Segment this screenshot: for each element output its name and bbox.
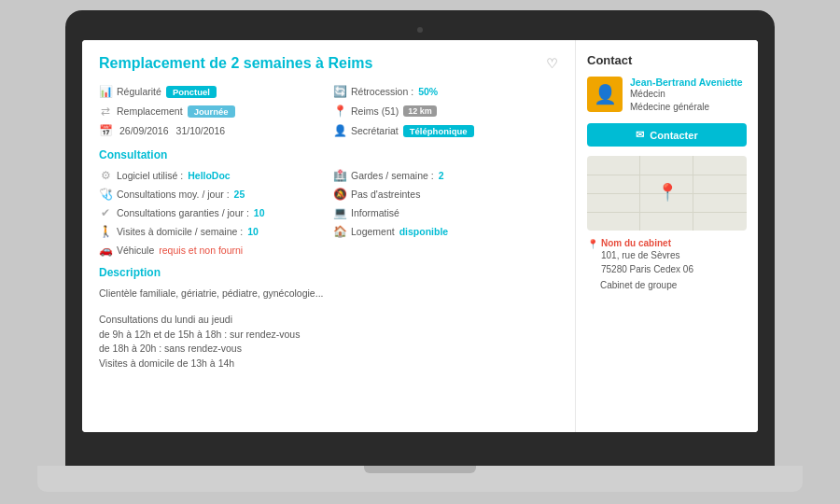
gardes-row: 🏥 Gardes / semaine : 2 — [333, 169, 558, 182]
gear-icon: ⚙ — [99, 169, 112, 182]
no-bell-icon: 🔕 — [333, 188, 346, 201]
description-text2: Consultations du lundi au jeudi de 9h à … — [99, 313, 558, 371]
consult-garanties-row: ✔ Consultations garanties / jour : 10 — [99, 206, 324, 219]
remplacement-badge: Journée — [188, 105, 235, 118]
remplacement-label: Remplacement — [117, 105, 183, 117]
cabinet-type: Cabinet de groupe — [600, 280, 747, 290]
car-icon: 🚗 — [99, 244, 112, 257]
map-pin-icon: 📍 — [657, 182, 678, 203]
visites-label: Visites à domicile / semaine : — [117, 226, 243, 237]
title-text: Remplacement de 2 semaines à Reims — [99, 55, 372, 72]
pas-astreintes-row: 🔕 Pas d'astreintes — [333, 188, 558, 201]
description-text1: Clientèle familiale, gériatrie, pédiatre… — [99, 287, 558, 301]
map-area: 📍 — [587, 156, 747, 231]
regularite-badge: Ponctuel — [166, 86, 217, 98]
consult-garanties-label: Consultations garanties / jour : — [117, 207, 249, 218]
location-icon: 📍 — [587, 239, 598, 249]
contact-btn-label: Contacter — [650, 130, 697, 141]
right-panel: Contact 👤 Jean-Bertrand Aveniette Médeci… — [576, 40, 758, 432]
avatar: 👤 — [587, 77, 623, 112]
calendar-icon: 📅 — [99, 124, 112, 137]
consult-garanties-value: 10 — [254, 207, 265, 218]
consult-moy-value: 25 — [234, 189, 245, 200]
location-row: 📍 Reims (51) 12 km — [333, 105, 558, 118]
logement-label: Logement — [351, 226, 395, 237]
logiciel-value: HelloDoc — [188, 170, 231, 181]
house-icon: 🏠 — [333, 225, 346, 238]
consult-moy-row: 🩺 Consultations moy. / jour : 25 — [99, 188, 324, 201]
map-grid-h1 — [587, 175, 747, 175]
arrows-icon: ⇄ — [99, 105, 112, 118]
consult-moy-label: Consultations moy. / jour : — [117, 189, 230, 200]
logement-row: 🏠 Logement disponible — [333, 225, 558, 238]
heart-icon[interactable]: ♡ — [546, 56, 558, 71]
vehicule-label: Véhicule — [117, 245, 154, 256]
vehicule-row: 🚗 Véhicule requis et non fourni — [99, 244, 324, 257]
secretariat-label: Secrétariat — [351, 125, 399, 136]
doctor-card: 👤 Jean-Bertrand Aveniette Médecin Médeci… — [587, 77, 747, 114]
informatise-row: 💻 Informatisé — [333, 206, 558, 219]
doctor-type: Médecin — [630, 88, 747, 101]
visites-row: 🚶 Visites à domicile / semaine : 10 — [99, 225, 324, 238]
logiciel-label: Logiciel utilisé : — [117, 170, 183, 181]
location-label: Reims (51) — [351, 105, 399, 117]
secretariat-row: 👤 Secrétariat Téléphonique — [333, 124, 558, 137]
description-section: Description Clientèle familiale, gériatr… — [99, 266, 558, 371]
date-start: 26/09/2016 — [119, 125, 169, 136]
pin-icon: 📍 — [333, 105, 346, 118]
visites-value: 10 — [247, 226, 259, 237]
walk-icon: 🚶 — [99, 225, 112, 238]
gardes-value: 2 — [439, 170, 444, 181]
building-icon: 🏥 — [333, 169, 346, 182]
map-grid-v1 — [639, 156, 640, 231]
retrocession-row: 🔄 Rétrocession : 50% — [333, 85, 558, 98]
doctor-name[interactable]: Jean-Bertrand Aveniette — [630, 77, 747, 88]
cabinet-postal: 75280 Paris Cedex 06 — [601, 262, 693, 276]
location-badge: 12 km — [403, 105, 437, 117]
pas-astreintes: Pas d'astreintes — [351, 189, 420, 200]
informatise: Informatisé — [351, 207, 399, 218]
cabinet-details: Nom du cabinet 101, rue de Sèvres 75280 … — [601, 238, 693, 276]
map-grid-v2 — [693, 156, 693, 231]
description-title: Description — [99, 266, 558, 279]
map-grid-h3 — [587, 212, 747, 213]
date-end: 31/10/2016 — [176, 125, 226, 136]
page-title: Remplacement de 2 semaines à Reims ♡ — [99, 55, 558, 72]
envelope-icon: ✉ — [636, 129, 644, 141]
consultation-title: Consultation — [99, 148, 558, 161]
person-avatar-icon: 👤 — [594, 83, 617, 105]
remplacement-row: ⇄ Remplacement Journée — [99, 105, 324, 118]
regularite-row: 📊 Régularité Ponctuel — [99, 85, 324, 98]
laptop-base — [37, 466, 803, 492]
chart-icon: 📊 — [99, 85, 112, 98]
regularite-label: Régularité — [117, 86, 161, 97]
doctor-info: Jean-Bertrand Aveniette Médecin Médecine… — [630, 77, 747, 114]
secretariat-badge: Téléphonique — [403, 125, 474, 137]
retrocession-value: 50% — [418, 86, 438, 97]
sync-icon: 🔄 — [333, 85, 346, 98]
info-grid: 📊 Régularité Ponctuel 🔄 Rétrocession : 5… — [99, 85, 558, 137]
dates-row: 📅 26/09/2016 31/10/2016 — [99, 124, 324, 137]
left-panel: Remplacement de 2 semaines à Reims ♡ 📊 R… — [82, 40, 576, 432]
doctor-specialty: Médecine générale — [630, 101, 747, 114]
cabinet-name[interactable]: Nom du cabinet — [601, 238, 693, 248]
gardes-label: Gardes / semaine : — [351, 170, 434, 181]
person-icon: 👤 — [333, 124, 346, 137]
logiciel-row: ⚙ Logiciel utilisé : HelloDoc — [99, 169, 324, 182]
contact-button[interactable]: ✉ Contacter — [587, 123, 747, 147]
logement-value: disponible — [399, 226, 449, 237]
cabinet-location-row: 📍 Nom du cabinet 101, rue de Sèvres 7528… — [587, 238, 747, 276]
consult-grid: ⚙ Logiciel utilisé : HelloDoc 🏥 Gardes /… — [99, 169, 558, 257]
check-icon: ✔ — [99, 206, 112, 219]
vehicule-value: requis et non fourni — [159, 245, 243, 256]
stethoscope-icon: 🩺 — [99, 188, 112, 201]
computer-icon: 💻 — [333, 206, 346, 219]
cabinet-address: 101, rue de Sèvres — [601, 248, 693, 262]
retrocession-label: Rétrocession : — [351, 86, 413, 97]
contact-title: Contact — [587, 53, 747, 67]
